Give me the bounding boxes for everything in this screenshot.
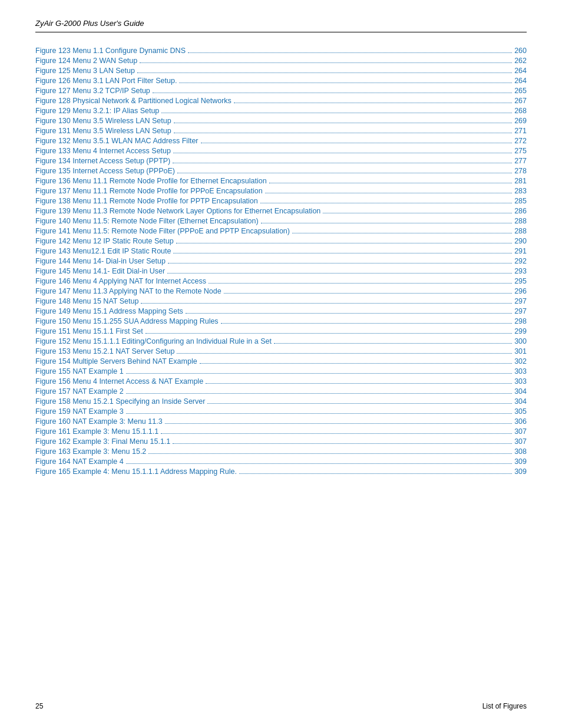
- toc-link[interactable]: Figure 136 Menu 11.1 Remote Node Profile…: [35, 177, 267, 185]
- toc-link[interactable]: Figure 150 Menu 15.1.255 SUA Address Map…: [35, 317, 219, 325]
- toc-link[interactable]: Figure 137 Menu 11.1 Remote Node Profile…: [35, 187, 263, 195]
- toc-dots: [179, 83, 512, 83]
- toc-item: Figure 164 NAT Example 4309: [35, 457, 527, 466]
- toc-dots: [126, 463, 513, 464]
- toc-link[interactable]: Figure 138 Menu 11.1 Remote Node Profile…: [35, 197, 258, 205]
- toc-page-number: 286: [514, 207, 527, 215]
- toc-link[interactable]: Figure 146 Menu 4 Applying NAT for Inter…: [35, 277, 206, 285]
- toc-link[interactable]: Figure 149 Menu 15.1 Address Mapping Set…: [35, 307, 183, 315]
- toc-link[interactable]: Figure 164 NAT Example 4: [35, 457, 124, 466]
- toc-dots: [221, 323, 513, 324]
- toc-link[interactable]: Figure 156 Menu 4 Internet Access & NAT …: [35, 377, 203, 386]
- toc-link[interactable]: Figure 135 Internet Access Setup (PPPoE): [35, 167, 175, 175]
- toc-dots: [146, 333, 512, 334]
- toc-link[interactable]: Figure 141 Menu 11.5: Remote Node Filter…: [35, 227, 290, 235]
- toc-link[interactable]: Figure 165 Example 4: Menu 15.1.1.1 Addr…: [35, 467, 237, 476]
- toc-dots: [140, 62, 512, 63]
- toc-item: Figure 154 Multiple Servers Behind NAT E…: [35, 357, 527, 365]
- toc-item: Figure 152 Menu 15.1.1.1 Editing/Configu…: [35, 337, 527, 345]
- toc-dots: [126, 393, 513, 394]
- toc-dots: [200, 363, 512, 364]
- toc-dots: [186, 313, 512, 314]
- toc-dots: [126, 373, 513, 374]
- toc-page-number: 278: [514, 167, 527, 175]
- toc-link[interactable]: Figure 129 Menu 3.2.1: IP Alias Setup: [35, 107, 159, 115]
- toc-link[interactable]: Figure 123 Menu 1.1 Configure Dynamic DN…: [35, 47, 186, 55]
- toc-item: Figure 149 Menu 15.1 Address Mapping Set…: [35, 307, 527, 315]
- toc-dots: [165, 423, 513, 424]
- toc-dots: [126, 413, 513, 414]
- toc-item: Figure 138 Menu 11.1 Remote Node Profile…: [35, 197, 527, 205]
- toc-item: Figure 124 Menu 2 WAN Setup262: [35, 57, 527, 65]
- toc-item: Figure 143 Menu12.1 Edit IP Static Route…: [35, 247, 527, 255]
- toc-page-number: 309: [514, 467, 527, 476]
- toc-link[interactable]: Figure 125 Menu 3 LAN Setup: [35, 67, 135, 75]
- toc-item: Figure 123 Menu 1.1 Configure Dynamic DN…: [35, 47, 527, 55]
- toc-link[interactable]: Figure 124 Menu 2 WAN Setup: [35, 57, 137, 65]
- toc-link[interactable]: Figure 131 Menu 3.5 Wireless LAN Setup: [35, 127, 171, 135]
- toc-link[interactable]: Figure 126 Menu 3.1 LAN Port Filter Setu…: [35, 77, 177, 85]
- toc-dots: [173, 153, 512, 153]
- toc-link[interactable]: Figure 151 Menu 15.1.1 First Set: [35, 327, 143, 335]
- toc-link[interactable]: Figure 158 Menu 15.2.1 Specifying an Ins…: [35, 397, 205, 406]
- toc-page-number: 272: [514, 137, 527, 145]
- toc-link[interactable]: Figure 130 Menu 3.5 Wireless LAN Setup: [35, 117, 171, 125]
- toc-page-number: 277: [514, 157, 527, 165]
- toc-link[interactable]: Figure 127 Menu 3.2 TCP/IP Setup: [35, 87, 150, 95]
- toc-page-number: 297: [514, 307, 527, 315]
- toc-item: Figure 132 Menu 3.5.1 WLAN MAC Address F…: [35, 137, 527, 145]
- toc-page-number: 265: [514, 87, 527, 95]
- toc-link[interactable]: Figure 145 Menu 14.1- Edit Dial-in User: [35, 267, 165, 275]
- toc-link[interactable]: Figure 143 Menu12.1 Edit IP Static Route: [35, 247, 171, 255]
- toc-item: Figure 130 Menu 3.5 Wireless LAN Setup26…: [35, 117, 527, 125]
- toc-page-number: 269: [514, 117, 527, 125]
- toc-item: Figure 165 Example 4: Menu 15.1.1.1 Addr…: [35, 467, 527, 476]
- toc-link[interactable]: Figure 134 Internet Access Setup (PPTP): [35, 157, 170, 165]
- toc-dots: [137, 73, 512, 73]
- toc-dots: [209, 283, 512, 284]
- toc-page-number: 260: [514, 47, 527, 55]
- toc-page-number: 307: [514, 427, 527, 436]
- toc-link[interactable]: Figure 160 NAT Example 3: Menu 11.3: [35, 417, 163, 426]
- toc-link[interactable]: Figure 128 Physical Network & Partitione…: [35, 97, 232, 105]
- toc-dots: [224, 293, 512, 294]
- toc-link[interactable]: Figure 157 NAT Example 2: [35, 387, 124, 396]
- toc-link[interactable]: Figure 155 NAT Example 1: [35, 367, 124, 375]
- toc-item: Figure 157 NAT Example 2304: [35, 387, 527, 396]
- toc-item: Figure 153 Menu 15.2.1 NAT Server Setup3…: [35, 347, 527, 355]
- toc-link[interactable]: Figure 144 Menu 14- Dial-in User Setup: [35, 257, 166, 265]
- toc-item: Figure 161 Example 3: Menu 15.1.1.1307: [35, 427, 527, 436]
- toc-dots: [239, 473, 512, 474]
- toc-page-number: 288: [514, 227, 527, 235]
- toc-link[interactable]: Figure 142 Menu 12 IP Static Route Setup: [35, 237, 174, 245]
- toc-link[interactable]: Figure 148 Menu 15 NAT Setup: [35, 297, 138, 305]
- toc-item: Figure 128 Physical Network & Partitione…: [35, 97, 527, 105]
- toc-item: Figure 160 NAT Example 3: Menu 11.3306: [35, 417, 527, 426]
- toc-dots: [201, 143, 513, 143]
- toc-link[interactable]: Figure 159 NAT Example 3: [35, 407, 124, 416]
- toc-link[interactable]: Figure 139 Menu 11.3 Remote Node Network…: [35, 207, 320, 215]
- toc-item: Figure 147 Menu 11.3 Applying NAT to the…: [35, 287, 527, 295]
- toc-dots: [173, 253, 512, 253]
- toc-link[interactable]: Figure 162 Example 3: Final Menu 15.1.1: [35, 437, 170, 446]
- toc-link[interactable]: Figure 132 Menu 3.5.1 WLAN MAC Address F…: [35, 137, 199, 145]
- toc-page-number: 304: [514, 387, 527, 396]
- toc-link[interactable]: Figure 161 Example 3: Menu 15.1.1.1: [35, 427, 158, 436]
- toc-link[interactable]: Figure 152 Menu 15.1.1.1 Editing/Configu…: [35, 337, 272, 345]
- toc-link[interactable]: Figure 147 Menu 11.3 Applying NAT to the…: [35, 287, 222, 295]
- toc-page-number: 275: [514, 147, 527, 155]
- header-title: ZyAir G-2000 Plus User's Guide: [35, 19, 144, 28]
- toc-item: Figure 148 Menu 15 NAT Setup297: [35, 297, 527, 305]
- toc-link[interactable]: Figure 154 Multiple Servers Behind NAT E…: [35, 357, 197, 365]
- toc-item: Figure 156 Menu 4 Internet Access & NAT …: [35, 377, 527, 386]
- toc-item: Figure 162 Example 3: Final Menu 15.1.13…: [35, 437, 527, 446]
- toc-link[interactable]: Figure 133 Menu 4 Internet Access Setup: [35, 147, 171, 155]
- toc-dots: [207, 403, 512, 404]
- toc-page-number: 283: [514, 187, 527, 195]
- toc-dots: [206, 383, 512, 384]
- toc-page-number: 308: [514, 447, 527, 456]
- toc-item: Figure 137 Menu 11.1 Remote Node Profile…: [35, 187, 527, 195]
- toc-link[interactable]: Figure 153 Menu 15.2.1 NAT Server Setup: [35, 347, 174, 355]
- toc-link[interactable]: Figure 140 Menu 11.5: Remote Node Filter…: [35, 217, 259, 225]
- toc-link[interactable]: Figure 163 Example 3: Menu 15.2: [35, 447, 146, 456]
